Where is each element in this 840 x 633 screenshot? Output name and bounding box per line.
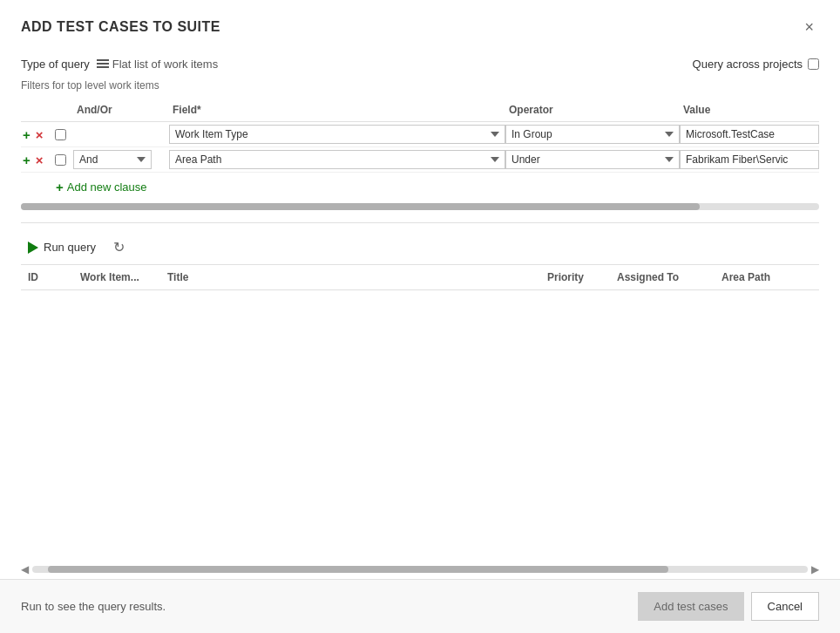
filter-row: + × Work Item Type In Group Microsoft.Te…	[21, 122, 819, 147]
list-icon	[97, 58, 109, 71]
col-work-item-type: Work Item...	[73, 269, 160, 285]
col-field-hdr: Field*	[169, 102, 505, 118]
dialog-footer: Run to see the query results. Add test c…	[0, 579, 840, 633]
top-scrollbar[interactable]	[21, 198, 819, 215]
footer-hint: Run to see the query results.	[21, 600, 166, 613]
row2-field-cell: Area Path	[169, 150, 505, 169]
query-across-label: Query across projects	[693, 58, 803, 71]
add-clause-label: Add new clause	[67, 180, 147, 194]
bottom-scrollbar-track	[32, 566, 808, 573]
add-test-cases-button[interactable]: Add test cases	[638, 592, 743, 621]
add-clause-row[interactable]: + Add new clause	[21, 173, 819, 198]
cancel-button[interactable]: Cancel	[751, 592, 819, 621]
divider-1	[21, 222, 819, 223]
run-query-button[interactable]: Run query	[21, 237, 103, 257]
col-area-path: Area Path	[715, 269, 819, 285]
add-clause-icon: +	[56, 180, 64, 194]
footer-buttons: Add test cases Cancel	[638, 592, 819, 621]
row2-field-select[interactable]: Area Path	[169, 150, 505, 169]
row2-operator-cell: Under	[505, 150, 680, 169]
col-priority: Priority	[540, 269, 610, 285]
row1-value: Microsoft.TestCase	[680, 125, 819, 144]
scroll-left-button[interactable]: ◀	[21, 563, 29, 575]
col-checkbox-hdr	[47, 102, 73, 118]
run-icon	[28, 242, 38, 254]
flat-list-label: Flat list of work items	[112, 58, 218, 71]
filter-table-header: And/Or Field* Operator Value	[21, 99, 819, 122]
col-value-hdr: Value	[680, 102, 819, 118]
query-type-row: Type of query Flat list of work items Qu…	[21, 49, 819, 76]
run-query-label: Run query	[44, 241, 96, 254]
top-scrollbar-thumb	[21, 203, 700, 210]
delete-row2-button[interactable]: ×	[34, 153, 45, 167]
filter-row-2: + × AndOr Area Path Under Fabrikam Fiber…	[21, 147, 819, 173]
close-button[interactable]: ×	[799, 16, 819, 38]
query-across-projects: Query across projects	[693, 58, 819, 71]
filters-label: Filters for top level work items	[21, 76, 819, 99]
row1-checkbox[interactable]	[55, 129, 66, 140]
scroll-right-button[interactable]: ▶	[811, 563, 819, 575]
row1-field-cell: Work Item Type	[169, 125, 505, 144]
add-row1-button[interactable]: +	[21, 128, 32, 141]
query-across-checkbox[interactable]	[808, 58, 819, 70]
col-id: ID	[21, 269, 73, 285]
row2-and-or-cell: AndOr	[73, 150, 169, 169]
bottom-scrollbar-row[interactable]: ◀ ▶	[21, 560, 819, 579]
row2-checkbox-cell	[47, 154, 73, 166]
row2-value: Fabrikam Fiber\Servic	[680, 150, 819, 169]
delete-row1-button[interactable]: ×	[34, 128, 45, 141]
query-type-left: Type of query Flat list of work items	[21, 58, 218, 71]
col-assigned-to: Assigned To	[610, 269, 715, 285]
dialog-title: ADD TEST CASES TO SUITE	[21, 19, 220, 35]
col-and-or-hdr: And/Or	[73, 102, 169, 118]
filter-row2-actions: + ×	[21, 153, 47, 167]
row2-operator-select[interactable]: Under	[505, 150, 680, 169]
row1-field-select[interactable]: Work Item Type	[169, 125, 505, 144]
row1-operator-cell: In Group	[505, 125, 680, 144]
query-type-label: Type of query	[21, 58, 90, 71]
results-area	[21, 290, 819, 560]
row1-operator-select[interactable]: In Group	[505, 125, 680, 144]
row1-checkbox-cell	[47, 129, 73, 140]
filter-row1-actions: + ×	[21, 128, 47, 141]
refresh-button[interactable]: ↻	[113, 239, 125, 255]
run-query-row: Run query ↻	[21, 230, 819, 264]
add-row2-button[interactable]: +	[21, 153, 32, 167]
dialog-header: ADD TEST CASES TO SUITE ×	[0, 0, 840, 49]
top-scrollbar-track	[21, 203, 819, 210]
bottom-scrollbar-thumb	[48, 566, 668, 573]
row2-and-or-select[interactable]: AndOr	[73, 150, 152, 169]
col-operator-hdr: Operator	[505, 102, 680, 118]
col-actions	[21, 102, 47, 118]
dialog-body: Type of query Flat list of work items Qu…	[0, 49, 840, 579]
col-title: Title	[160, 269, 540, 285]
results-header: ID Work Item... Title Priority Assigned …	[21, 264, 819, 290]
svg-rect-1	[97, 63, 109, 65]
dialog: ADD TEST CASES TO SUITE × Type of query …	[0, 0, 840, 633]
svg-rect-0	[97, 59, 109, 61]
row2-checkbox[interactable]	[55, 154, 66, 166]
flat-list-icon[interactable]: Flat list of work items	[97, 58, 218, 71]
svg-rect-2	[97, 66, 109, 68]
